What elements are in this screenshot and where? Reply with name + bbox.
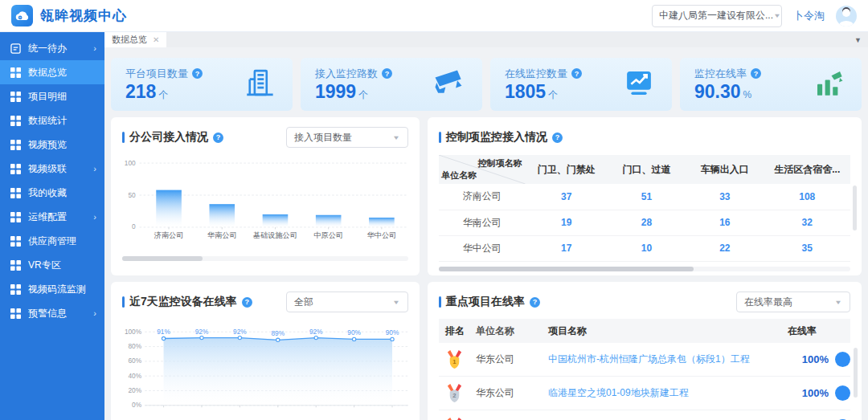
sidebar-item-label: 运维配置 [28,210,93,224]
trend-board-icon [622,66,656,103]
help-icon[interactable]: ? [382,68,392,79]
close-icon[interactable]: ✕ [153,35,159,44]
sidebar-item-label: 统一待办 [28,42,93,55]
green-bar-chart-icon [812,66,845,103]
stat-card-value: 1805个 [505,81,582,102]
sidebar-item-11[interactable]: 预警信息› [0,301,104,325]
value-cell[interactable]: 10 [608,235,686,261]
grid-icon [10,308,21,319]
column-header: 门口、过道 [608,155,686,184]
column-header: 项目名称 [548,324,788,338]
tab-data-overview[interactable]: 数据总览 ✕ [104,32,166,47]
stat-cards-row: 平台项目数量?218个接入监控路数?1999个在线监控数量?1805个监控在线率… [111,58,862,111]
value-cell[interactable]: 32 [764,210,850,235]
column-header: 单位名称 [476,324,548,338]
table-horizontal-scrollbar[interactable] [439,267,850,271]
sidebar-item-1[interactable]: 数据总览 [0,60,104,84]
key-projects-sort-select[interactable]: 在线率最高 ▼ [736,292,850,312]
sidebar-item-label: 预警信息 [28,307,93,320]
value-cell[interactable]: 35 [764,235,850,261]
value-cell[interactable]: 16 [686,210,764,235]
unit-name-cell: 济南公司 [439,184,526,210]
value-cell[interactable]: 19 [526,210,608,235]
value-cell[interactable]: 37 [526,184,608,210]
grid-icon [10,236,21,247]
svg-text:80%: 80% [129,342,142,350]
sidebar-item-6[interactable]: 我的收藏 [0,181,104,205]
stat-card-value: 90.30% [694,81,761,102]
value-cell[interactable]: 108 [764,184,850,210]
scrollbar-thumb[interactable] [439,267,694,271]
help-icon[interactable]: ? [530,297,540,308]
unit-name: 华东公司 [476,386,548,400]
panel-title-branch-access: 分公司接入情况 ? [122,130,223,145]
table-vertical-scrollbar[interactable] [853,186,857,230]
svg-text:0: 0 [132,222,136,230]
sidebar-item-label: 视频码流监测 [28,283,96,296]
title-accent-bar [439,296,441,308]
column-header: 门卫、门禁处 [526,155,608,184]
medal-rank-2-icon: 2 [445,383,464,403]
bar-chart-horizontal-scrollbar[interactable] [122,256,408,261]
svg-text:2: 2 [452,392,456,399]
value-cell[interactable]: 33 [686,184,764,210]
svg-text:华南公司: 华南公司 [207,231,237,239]
help-icon[interactable]: ? [571,68,582,79]
value-cell[interactable]: 22 [686,235,764,261]
stat-card-3: 监控在线率?90.30% [680,58,862,111]
avatar[interactable] [836,6,857,27]
value-cell[interactable]: 51 [608,184,686,210]
svg-text:济南公司: 济南公司 [154,231,184,239]
svg-text:90%: 90% [347,328,361,336]
help-icon[interactable]: ? [552,133,563,143]
svg-text:华中公司: 华中公司 [367,231,397,239]
online-rate-value: 100% [802,353,829,365]
column-header: 排名 [439,324,476,338]
sidebar-item-0[interactable]: 统一待办› [0,36,104,60]
value-cell[interactable]: 17 [526,235,608,261]
project-link[interactable]: 中国杭州市-杭州恒隆广场总承包（标段1）工程 [548,353,788,366]
sidebar-item-4[interactable]: 视频预览 [0,133,104,157]
unit-name-cell: 华中公司 [439,235,526,261]
help-icon[interactable]: ? [242,297,252,308]
sidebar-item-9[interactable]: VR专区 [0,253,104,277]
organization-select[interactable]: 中建八局第一建设有限公... ▼ [652,5,782,27]
stat-card-value: 1999个 [315,81,392,102]
help-icon[interactable]: ? [751,68,761,79]
panel-title-control-monitor: 控制项监控接入情况 ? [439,130,563,145]
sidebar-item-5[interactable]: 视频级联› [0,157,104,181]
sidebar-item-label: 视频预览 [28,138,96,152]
sidebar-item-label: 视频级联 [28,162,93,176]
title-accent-bar [122,132,125,143]
online-rate-filter-select[interactable]: 全部 ▼ [286,292,408,312]
help-icon[interactable]: ? [213,133,223,143]
tab-bar: 数据总览 ✕ ▼ [104,32,868,47]
help-icon[interactable]: ? [192,68,203,79]
grid-icon [10,212,21,222]
app-logo [11,5,33,27]
svg-text:40%: 40% [129,372,142,380]
sidebar: 统一待办›数据总览项目明细数据统计视频预览视频级联›我的收藏运维配置›供应商管理… [0,32,104,420]
sidebar-item-2[interactable]: 项目明细 [0,84,104,108]
online-rate-value: 100% [802,387,829,399]
svg-text:20%: 20% [129,386,142,394]
tab-list-dropdown-icon[interactable]: ▼ [854,36,862,44]
sidebar-item-8[interactable]: 供应商管理 [0,229,104,253]
scrollbar-thumb[interactable] [122,256,203,261]
main-content: 平台项目数量?218个接入监控路数?1999个在线监控数量?1805个监控在线率… [104,47,868,420]
sidebar-item-label: 我的收藏 [28,186,96,200]
table-vertical-scrollbar[interactable] [854,348,858,398]
grid-icon [10,188,21,198]
value-cell[interactable]: 28 [608,210,686,235]
panel-key-projects: 重点项目在线率 ? 在线率最高 ▼ 排名单位名称项目名称在线率1华东公司中国杭州… [428,282,862,420]
building-icon [243,66,276,103]
app-header: 瓴眸视频中心 中建八局第一建设有限公... ▼ 卜令淘 [0,0,868,32]
user-name[interactable]: 卜令淘 [793,9,825,23]
column-header: 车辆出入口 [686,155,764,184]
sidebar-item-3[interactable]: 数据统计 [0,108,104,133]
branch-access-filter-select[interactable]: 接入项目数量 ▼ [286,127,408,148]
svg-text:基础设施公司: 基础设施公司 [253,231,297,239]
sidebar-item-7[interactable]: 运维配置› [0,205,104,229]
sidebar-item-10[interactable]: 视频码流监测 [0,277,104,301]
project-link[interactable]: 临港星空之境01-09地块新建工程 [548,386,788,400]
